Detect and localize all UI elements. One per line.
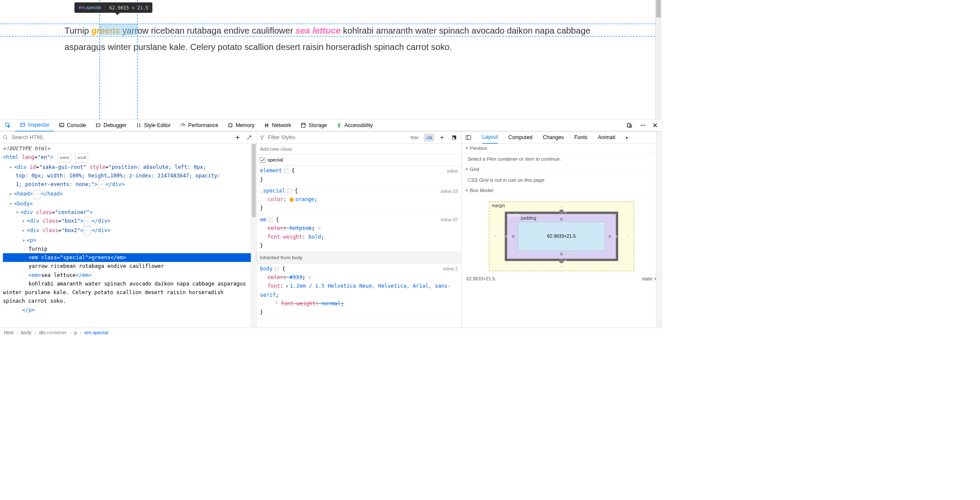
html-tree[interactable]: <!DOCTYPE html> <html lang="en"> event s… — [0, 143, 256, 327]
svg-rect-13 — [466, 135, 471, 140]
eyedropper-button[interactable] — [245, 133, 253, 141]
flex-icon[interactable] — [287, 189, 292, 193]
inspector-highlight-box — [100, 25, 137, 35]
infobar-class: .special — [85, 5, 101, 9]
selected-node: <em class="special">greens</em> — [3, 253, 256, 262]
boxmodel-position: static — [642, 276, 653, 281]
crumb-body[interactable]: body — [21, 330, 31, 336]
inspector-infobar: em.special 62.9833 × 21.5 — [75, 2, 152, 12]
tab-network[interactable]: Network — [259, 119, 296, 131]
crumb-p[interactable]: p — [74, 330, 77, 336]
inspector-guide — [0, 24, 655, 24]
classes-toggle-button[interactable]: .cls — [423, 133, 434, 141]
rules-panel: :hov .cls special inline element {} inli… — [256, 131, 462, 328]
svg-point-8 — [641, 125, 641, 126]
funnel-icon[interactable] — [308, 276, 311, 280]
flexbox-section-header[interactable]: Flexbox — [462, 143, 661, 153]
tab-debugger[interactable]: Debugger — [91, 119, 131, 131]
grid-section-header[interactable]: Grid — [462, 165, 661, 174]
page-viewport: em.special 62.9833 × 21.5 Turnip greens … — [0, 0, 662, 119]
search-icon — [3, 135, 8, 140]
right-scrollbar[interactable] — [656, 131, 661, 328]
tab-storage[interactable]: Storage — [296, 119, 332, 131]
tab-layout[interactable]: Layout — [482, 131, 498, 143]
checkbox-icon[interactable] — [260, 158, 265, 163]
class-checkbox-row[interactable]: special — [256, 155, 461, 166]
svg-point-5 — [339, 123, 339, 124]
flex-icon[interactable] — [284, 169, 289, 174]
svg-rect-0 — [5, 123, 9, 127]
tab-accessibility[interactable]: Accessibility — [332, 119, 378, 131]
em-plain: sea lettuce — [296, 25, 341, 35]
boxmodel-section-header[interactable]: Box Model — [462, 186, 661, 196]
svg-point-4 — [302, 123, 305, 124]
crumb-em-special[interactable]: em.special — [84, 330, 108, 336]
tab-memory[interactable]: Memory — [223, 119, 259, 131]
expand-twisty-icon[interactable] — [286, 285, 288, 288]
sidebar-toggle-icon[interactable] — [465, 134, 472, 141]
markup-panel: <!DOCTYPE html> <html lang="en"> event s… — [0, 131, 256, 328]
svg-point-9 — [642, 125, 643, 126]
flex-icon[interactable] — [274, 267, 279, 271]
funnel-icon[interactable] — [317, 227, 321, 230]
funnel-icon — [259, 135, 264, 140]
add-node-button[interactable] — [233, 133, 242, 141]
pick-element-button[interactable] — [0, 119, 15, 131]
tab-computed[interactable]: Computed — [508, 131, 532, 143]
inspector-guide — [100, 0, 100, 119]
tab-performance[interactable]: Performance — [175, 119, 223, 131]
infobar-dims: 62.9833 × 21.5 — [109, 5, 148, 10]
svg-point-11 — [3, 135, 6, 138]
html-tree-scrollbar[interactable] — [251, 143, 256, 327]
inspector-guide — [137, 0, 138, 119]
tab-console[interactable]: Console — [54, 119, 91, 131]
layout-panel: Layout Computed Changes Fonts Animati ▸ … — [462, 131, 662, 328]
inspector-guide — [0, 36, 655, 37]
tab-style-editor[interactable]: Style Editor — [131, 119, 176, 131]
flex-icon[interactable] — [268, 217, 273, 222]
close-devtools-button[interactable] — [649, 119, 662, 131]
light-dark-button[interactable] — [450, 133, 458, 141]
color-swatch[interactable] — [289, 198, 293, 202]
tab-inspector[interactable]: Inspector — [15, 119, 54, 131]
crumb-container[interactable]: div.container — [39, 330, 67, 336]
page-paragraph: Turnip greens yarrow ricebean rutabaga e… — [65, 22, 593, 55]
box-model-diagram[interactable]: 62.9833×21.5 margin border padding - - -… — [489, 202, 635, 271]
pseudo-hov-button[interactable]: :hov — [408, 133, 420, 141]
filter-styles-input[interactable] — [268, 134, 404, 140]
add-class-input[interactable] — [260, 146, 458, 152]
tab-animations[interactable]: Animati — [598, 131, 616, 143]
devtools-toolbar: Inspector Console Debugger Style Editor … — [0, 119, 662, 131]
infobar-tag: em — [78, 5, 85, 9]
crumb-html[interactable]: html — [4, 330, 13, 336]
boxmodel-dims: 62.9833×21.5 — [467, 276, 495, 282]
svg-rect-3 — [229, 124, 232, 127]
svg-rect-1 — [21, 123, 25, 127]
svg-rect-2 — [59, 123, 64, 127]
page-scrollbar[interactable] — [655, 0, 662, 119]
responsive-mode-button[interactable] — [622, 119, 637, 131]
breadcrumbs: html › body › div.container › p › em.spe… — [0, 328, 662, 338]
svg-point-10 — [644, 125, 645, 126]
inherited-header: Inherited from body — [256, 252, 461, 264]
tab-fonts[interactable]: Fonts — [574, 131, 587, 143]
tab-changes[interactable]: Changes — [543, 131, 564, 143]
meatball-menu-button[interactable] — [637, 119, 649, 131]
html-search-input[interactable] — [12, 134, 230, 140]
add-rule-button[interactable] — [438, 133, 446, 141]
